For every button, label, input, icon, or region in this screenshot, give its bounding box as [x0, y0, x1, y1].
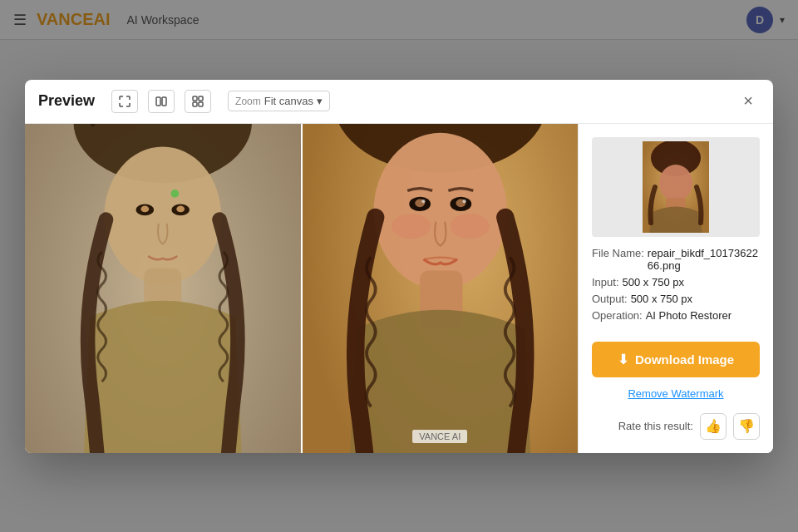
operation-value: AI Photo Restorer — [646, 309, 732, 322]
after-image — [303, 124, 579, 453]
download-icon: ⬇ — [618, 352, 628, 367]
input-label: Input: — [592, 276, 619, 288]
modal-header: Preview Zo — [25, 80, 773, 124]
fullscreen-view-button[interactable] — [111, 90, 138, 113]
file-info: File Name: repair_bikdf_1017362266.png I… — [592, 247, 760, 322]
svg-point-19 — [373, 132, 506, 288]
thumbs-down-button[interactable]: 👎 — [733, 413, 760, 440]
modal-body: Before — [25, 124, 773, 453]
svg-rect-3 — [199, 96, 203, 101]
thumbs-up-icon: 👍 — [705, 418, 722, 434]
compare-area: Before — [25, 124, 578, 453]
svg-rect-4 — [193, 102, 197, 106]
thumbs-up-button[interactable]: 👍 — [700, 413, 727, 440]
file-name-value: repair_bikdf_1017362266.png — [648, 247, 760, 272]
thumbnail-box — [592, 137, 760, 237]
svg-point-33 — [659, 165, 692, 201]
svg-point-15 — [171, 190, 180, 198]
file-name-label: File Name: — [592, 247, 644, 272]
output-row: Output: 500 x 750 px — [592, 293, 760, 305]
svg-rect-0 — [156, 97, 160, 106]
zoom-chevron-icon: ▾ — [317, 95, 323, 107]
after-panel: After — [303, 124, 579, 453]
preview-modal: Preview Zo — [25, 80, 773, 453]
svg-point-13 — [140, 205, 149, 212]
modal-title: Preview — [38, 92, 95, 110]
grid-view-button[interactable] — [185, 90, 211, 113]
svg-point-21 — [450, 214, 489, 239]
operation-row: Operation: AI Photo Restorer — [592, 309, 760, 322]
svg-point-9 — [105, 146, 221, 284]
download-button[interactable]: ⬇ Download Image — [592, 342, 760, 377]
zoom-control[interactable]: Zoom Fit canvas ▾ — [228, 91, 330, 111]
zoom-label: Zoom — [235, 96, 261, 107]
remove-watermark-link[interactable]: Remove Watermark — [592, 387, 760, 400]
output-label: Output: — [592, 293, 628, 305]
svg-point-14 — [176, 205, 185, 212]
download-label: Download Image — [635, 352, 734, 367]
svg-rect-2 — [193, 96, 197, 101]
output-value: 500 x 750 px — [631, 293, 692, 305]
svg-rect-5 — [199, 102, 203, 106]
rate-row: Rate this result: 👍 👎 — [592, 410, 760, 440]
before-panel: Before — [25, 124, 301, 453]
svg-rect-1 — [162, 97, 166, 106]
input-row: Input: 500 x 750 px — [592, 276, 760, 288]
operation-label: Operation: — [592, 309, 643, 322]
split-view-button[interactable] — [148, 90, 175, 113]
input-value: 500 x 750 px — [623, 276, 684, 288]
thumbs-down-icon: 👎 — [738, 418, 755, 434]
before-image — [25, 124, 301, 453]
zoom-value: Fit canvas — [264, 95, 313, 107]
info-sidebar: File Name: repair_bikdf_1017362266.png I… — [578, 124, 773, 453]
file-name-row: File Name: repair_bikdf_1017362266.png — [592, 247, 760, 272]
rate-label: Rate this result: — [618, 420, 693, 432]
svg-point-27 — [421, 200, 425, 203]
thumbnail-image — [643, 141, 709, 233]
svg-point-20 — [391, 214, 430, 239]
modal-overlay: Preview Zo — [0, 0, 798, 532]
modal-close-button[interactable]: × — [736, 90, 760, 113]
svg-point-28 — [462, 200, 466, 203]
